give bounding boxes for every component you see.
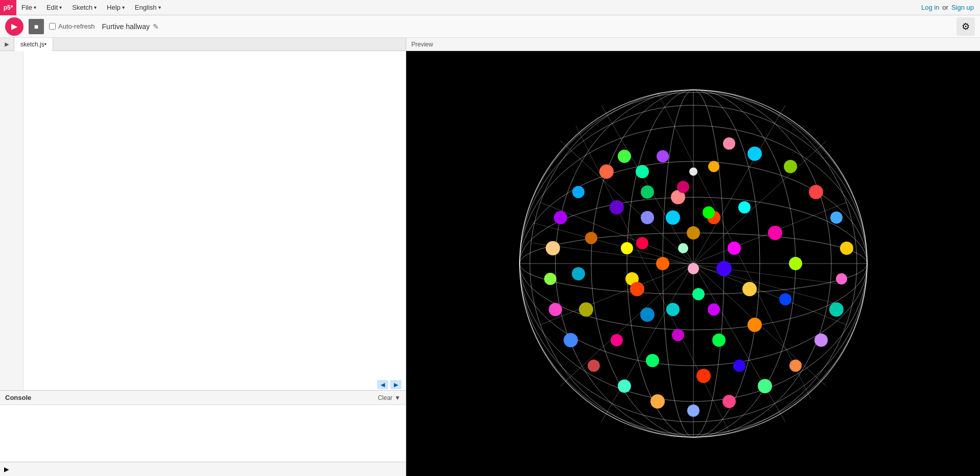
svg-point-71 bbox=[703, 206, 715, 219]
edit-project-name-icon[interactable]: ✎ bbox=[153, 22, 159, 31]
chevron-right-icon: ▶ bbox=[5, 40, 9, 49]
svg-point-81 bbox=[696, 369, 711, 383]
svg-point-86 bbox=[572, 267, 585, 280]
svg-point-77 bbox=[708, 303, 720, 316]
svg-point-52 bbox=[599, 164, 614, 179]
play-button[interactable]: ▶ bbox=[5, 17, 24, 36]
svg-point-44 bbox=[618, 379, 631, 393]
chevron-down-icon: ▾ bbox=[94, 5, 97, 10]
svg-point-68 bbox=[692, 288, 705, 300]
console-body bbox=[0, 405, 406, 462]
svg-point-88 bbox=[610, 200, 624, 215]
gear-icon: ⚙ bbox=[962, 21, 970, 32]
svg-point-62 bbox=[640, 307, 655, 322]
auto-refresh-checkbox[interactable] bbox=[49, 23, 56, 30]
chevron-down-icon: ▾ bbox=[59, 5, 62, 10]
svg-point-49 bbox=[546, 241, 560, 255]
svg-point-45 bbox=[588, 360, 600, 372]
svg-point-75 bbox=[630, 282, 644, 296]
menu-bar: p5* File ▾ Edit ▾ Sketch ▾ Help ▾ Englis… bbox=[0, 0, 980, 15]
svg-point-56 bbox=[768, 226, 782, 240]
menu-language[interactable]: English ▾ bbox=[130, 0, 166, 15]
svg-point-43 bbox=[650, 394, 665, 409]
svg-point-80 bbox=[678, 243, 688, 253]
svg-point-46 bbox=[564, 333, 578, 347]
svg-point-58 bbox=[779, 293, 791, 305]
preview-header: Preview bbox=[406, 38, 980, 51]
svg-point-73 bbox=[641, 211, 654, 224]
svg-point-85 bbox=[579, 302, 593, 317]
chevron-down-icon: ▼ bbox=[394, 394, 401, 401]
svg-point-66 bbox=[687, 226, 700, 240]
stop-icon: ■ bbox=[34, 22, 38, 31]
svg-point-51 bbox=[572, 186, 585, 198]
svg-point-59 bbox=[748, 318, 762, 332]
sketch-js-tab[interactable]: sketch.js• bbox=[14, 38, 53, 51]
svg-point-83 bbox=[646, 354, 659, 367]
preview-label: Preview bbox=[411, 41, 433, 48]
console-clear-button[interactable]: Clear ▼ bbox=[378, 394, 401, 401]
auth-section: Log in or Sign up bbox=[915, 4, 980, 11]
settings-button[interactable]: ⚙ bbox=[956, 17, 975, 36]
toolbar: ▶ ■ Auto-refresh Furtive hallway ✎ ⚙ bbox=[0, 15, 980, 38]
svg-point-84 bbox=[611, 334, 623, 346]
svg-point-27 bbox=[748, 147, 762, 161]
main-layout: ▶ sketch.js• ◀ ▶ Console Clear ▼ bbox=[0, 38, 980, 476]
console-title: Console bbox=[5, 394, 31, 401]
preview-canvas bbox=[406, 51, 980, 476]
menu-file[interactable]: File ▾ bbox=[16, 0, 41, 15]
scroll-arrows: ◀ ▶ bbox=[377, 380, 402, 389]
console-header: Console Clear ▼ bbox=[0, 391, 406, 405]
project-name-container: Furtive hallway ✎ bbox=[102, 22, 159, 31]
svg-point-29 bbox=[723, 137, 735, 150]
preview-visualization bbox=[499, 64, 888, 463]
menu-sketch[interactable]: Sketch ▾ bbox=[67, 0, 102, 15]
menu-edit[interactable]: Edit ▾ bbox=[41, 0, 67, 15]
svg-point-57 bbox=[789, 257, 802, 270]
svg-point-30 bbox=[708, 161, 719, 172]
svg-point-41 bbox=[722, 395, 736, 408]
auto-refresh-label[interactable]: Auto-refresh bbox=[49, 22, 95, 30]
file-tabs: ▶ sketch.js• bbox=[0, 38, 406, 51]
login-link[interactable]: Log in bbox=[921, 4, 939, 11]
svg-point-69 bbox=[656, 257, 669, 270]
code-content bbox=[0, 51, 406, 390]
svg-point-28 bbox=[784, 160, 797, 173]
svg-point-33 bbox=[809, 185, 823, 199]
svg-point-37 bbox=[829, 302, 844, 317]
svg-point-34 bbox=[830, 211, 843, 224]
svg-point-36 bbox=[836, 273, 847, 284]
svg-point-90 bbox=[677, 181, 689, 193]
bottom-bar: ▶ bbox=[0, 462, 406, 476]
preview-panel: Preview bbox=[406, 38, 980, 476]
svg-point-47 bbox=[549, 303, 562, 316]
stop-button[interactable]: ■ bbox=[29, 19, 44, 34]
scroll-right-button[interactable]: ▶ bbox=[390, 380, 402, 389]
svg-point-61 bbox=[672, 329, 684, 341]
expand-bottom-icon[interactable]: ▶ bbox=[4, 464, 9, 474]
svg-point-26 bbox=[689, 168, 697, 176]
menu-help[interactable]: Help ▾ bbox=[102, 0, 130, 15]
svg-point-55 bbox=[738, 201, 751, 213]
code-editor[interactable]: ◀ ▶ bbox=[0, 51, 406, 390]
svg-point-78 bbox=[742, 282, 757, 296]
svg-point-82 bbox=[733, 360, 745, 372]
svg-point-79 bbox=[688, 263, 699, 274]
svg-point-87 bbox=[585, 232, 597, 244]
expand-sidebar-button[interactable]: ▶ bbox=[0, 38, 14, 51]
svg-point-76 bbox=[666, 303, 680, 316]
svg-point-48 bbox=[544, 273, 556, 285]
chevron-down-icon: ▾ bbox=[34, 5, 36, 10]
svg-point-32 bbox=[636, 165, 649, 178]
svg-point-39 bbox=[789, 360, 802, 372]
svg-point-65 bbox=[666, 210, 680, 225]
svg-point-31 bbox=[657, 150, 669, 162]
svg-point-67 bbox=[716, 261, 732, 276]
svg-point-60 bbox=[712, 334, 726, 347]
scroll-left-button[interactable]: ◀ bbox=[377, 380, 388, 389]
svg-point-35 bbox=[840, 242, 853, 255]
svg-point-64 bbox=[636, 237, 648, 249]
svg-point-74 bbox=[621, 242, 633, 254]
svg-point-50 bbox=[554, 211, 567, 224]
signup-link[interactable]: Sign up bbox=[951, 4, 974, 11]
